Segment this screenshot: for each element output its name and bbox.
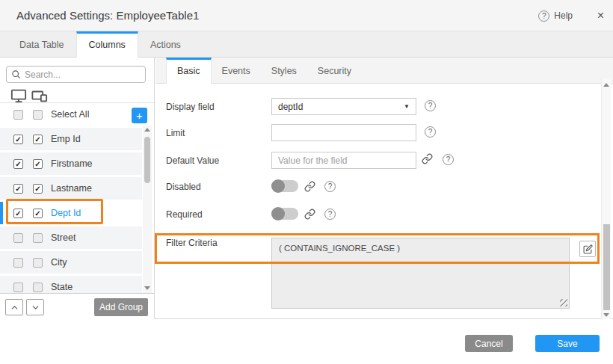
desktop-checkbox[interactable]: ✓ (13, 283, 23, 292)
list-item-label: Lastname (51, 183, 92, 194)
list-item-firstname[interactable]: ✓ ✓ Firstname (0, 152, 142, 175)
device-toggle-row (10, 87, 48, 104)
edit-pencil-icon (583, 244, 593, 254)
required-help-icon[interactable]: ? (324, 209, 336, 220)
select-all-mobile-checkbox[interactable]: ✓ (33, 110, 43, 120)
disabled-help-icon[interactable]: ? (324, 181, 336, 192)
desktop-checkbox[interactable]: ✓ (13, 159, 23, 169)
mobile-checkbox[interactable]: ✓ (33, 184, 43, 194)
scroll-down-icon[interactable] (144, 286, 150, 290)
list-item-label: State (51, 282, 73, 292)
limit-help-icon[interactable]: ? (425, 126, 436, 138)
desktop-checkbox[interactable]: ✓ (13, 135, 23, 144)
columns-list: ✓ ✓ Emp Id ✓ ✓ Firstname ✓ ✓ Lastname ✓ … (0, 128, 142, 293)
select-all-row: ✓ ✓ Select All + (0, 103, 154, 126)
chevron-up-icon (10, 303, 19, 312)
desktop-checkbox[interactable]: ✓ (13, 233, 23, 243)
tab-actions[interactable]: Actions (138, 31, 193, 58)
desktop-checkbox[interactable]: ✓ (13, 258, 23, 268)
tab-basic[interactable]: Basic (166, 58, 212, 84)
select-all-desktop-checkbox[interactable]: ✓ (13, 110, 23, 120)
search-input[interactable] (25, 70, 141, 80)
disabled-toggle[interactable] (271, 180, 298, 192)
filter-criteria-edit-button[interactable] (579, 241, 596, 257)
search-box (6, 66, 146, 83)
tab-columns[interactable]: Columns (76, 31, 138, 58)
list-item-label: Street (51, 232, 76, 243)
limit-label: Limit (166, 128, 185, 138)
link-binding-icon[interactable] (304, 209, 315, 220)
scroll-up-icon[interactable] (603, 83, 609, 87)
advanced-settings-dialog: Advanced Settings: EmployeeTable1 ? Help… (0, 0, 613, 364)
dialog-title: Advanced Settings: EmployeeTable1 (16, 0, 199, 31)
mobile-checkbox[interactable]: ✓ (33, 159, 43, 169)
mobile-checkbox[interactable]: ✓ (33, 233, 43, 243)
toggle-knob (271, 207, 285, 220)
display-field-label: Display field (166, 102, 215, 112)
list-item-label: City (51, 257, 67, 268)
caret-down-icon: ▼ (404, 103, 410, 110)
tab-events[interactable]: Events (212, 58, 261, 84)
cancel-button[interactable]: Cancel (465, 335, 513, 352)
scroll-down-icon[interactable] (603, 313, 609, 317)
tab-security[interactable]: Security (307, 58, 362, 84)
display-field-value: deptId (278, 102, 404, 112)
list-item-label: Dept Id (51, 208, 81, 218)
main-tabbar: Data Table Columns Actions (0, 31, 613, 58)
save-button[interactable]: Save (535, 335, 600, 352)
sidebar-scrollbar[interactable] (143, 126, 152, 293)
desktop-icon[interactable] (10, 87, 27, 104)
settings-tabbar: Basic Events Styles Security (155, 58, 613, 84)
list-item-city[interactable]: ✓ ✓ City (0, 251, 142, 274)
toggle-knob (271, 179, 285, 193)
filter-criteria-label: Filter Criteria (166, 238, 218, 248)
panel-scrollbar[interactable] (601, 78, 611, 319)
scrollbar-thumb[interactable] (144, 137, 150, 183)
required-toggle[interactable] (271, 208, 298, 220)
resize-handle[interactable] (560, 299, 567, 306)
scrollbar-thumb[interactable] (603, 224, 610, 310)
list-item-street[interactable]: ✓ ✓ Street (0, 226, 142, 249)
mobile-checkbox[interactable]: ✓ (33, 135, 43, 144)
desktop-checkbox[interactable]: ✓ (13, 209, 23, 218)
columns-sidebar: ✓ ✓ Select All + ✓ ✓ Emp Id ✓ ✓ Firstnam… (0, 58, 155, 319)
close-icon[interactable]: × (597, 0, 604, 31)
help-button[interactable]: ? Help (538, 0, 573, 31)
filter-criteria-textarea[interactable]: ( CONTAINS_IGNORE_CASE ) (271, 238, 570, 309)
chevron-down-icon (31, 303, 40, 312)
scroll-up-icon[interactable] (144, 128, 150, 132)
default-value-input[interactable] (271, 152, 416, 169)
disabled-label: Disabled (166, 182, 201, 192)
required-label: Required (166, 209, 203, 220)
list-item-emp-id[interactable]: ✓ ✓ Emp Id (0, 128, 142, 150)
list-item-label: Firstname (51, 158, 93, 169)
desktop-checkbox[interactable]: ✓ (13, 184, 23, 194)
help-icon: ? (538, 10, 549, 22)
move-down-button[interactable] (26, 299, 44, 315)
dialog-footer: Cancel Save (0, 320, 613, 364)
link-binding-icon[interactable] (422, 153, 433, 164)
add-group-button[interactable]: Add Group (94, 298, 148, 316)
default-value-help-icon[interactable]: ? (443, 154, 454, 165)
list-item-label: Emp Id (51, 134, 81, 144)
mobile-checkbox[interactable]: ✓ (33, 209, 43, 218)
default-value-label: Default Value (166, 155, 219, 166)
display-field-select[interactable]: deptId ▼ (271, 98, 416, 115)
display-field-help-icon[interactable]: ? (425, 100, 436, 111)
list-item-lastname[interactable]: ✓ ✓ Lastname (0, 177, 142, 200)
column-settings-panel: Basic Events Styles Security Display fie… (155, 58, 613, 319)
list-item-state[interactable]: ✓ ✓ State (0, 276, 142, 293)
dialog-body: ✓ ✓ Select All + ✓ ✓ Emp Id ✓ ✓ Firstnam… (0, 58, 613, 319)
add-column-button[interactable]: + (132, 108, 147, 123)
tab-data-table[interactable]: Data Table (7, 31, 76, 58)
limit-input[interactable] (271, 124, 416, 141)
list-item-dept-id[interactable]: ✓ ✓ Dept Id (0, 202, 142, 224)
filter-criteria-field: ( CONTAINS_IGNORE_CASE ) (271, 238, 570, 309)
mobile-checkbox[interactable]: ✓ (33, 258, 43, 268)
move-up-button[interactable] (5, 299, 23, 315)
sidebar-footer: Add Group (0, 293, 154, 319)
mobile-checkbox[interactable]: ✓ (33, 283, 43, 292)
link-binding-icon[interactable] (304, 181, 315, 192)
tab-styles[interactable]: Styles (261, 58, 307, 84)
tablet-phone-icon[interactable] (31, 87, 48, 104)
